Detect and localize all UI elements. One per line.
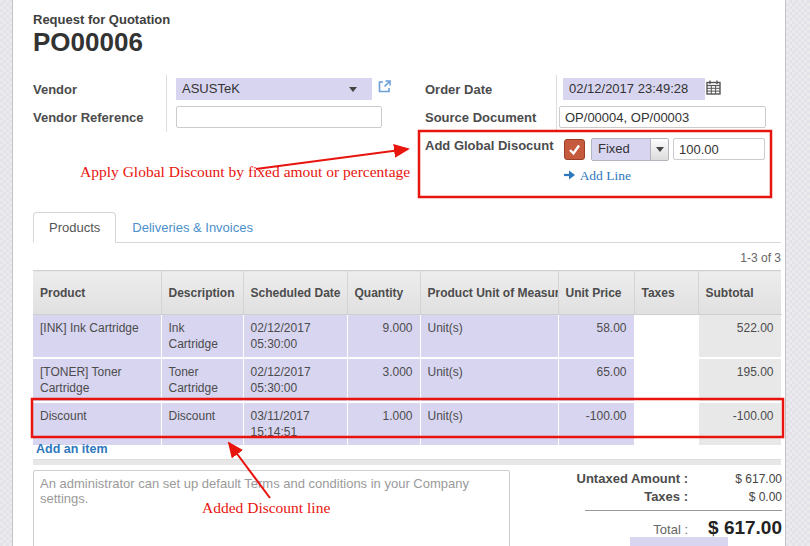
select-dropdown-button (650, 139, 668, 160)
taxes-label: Taxes : (520, 489, 688, 504)
cell-taxes[interactable] (634, 315, 698, 359)
add-line-label: Add Line (580, 168, 631, 183)
global-discount-checkbox[interactable] (564, 139, 585, 160)
col-header-uom[interactable]: Product Unit of Measure (420, 271, 558, 315)
cell-quantity[interactable]: 1.000 (347, 402, 420, 446)
table-header-row: Product Description Scheduled Date Quant… (33, 271, 781, 315)
cell-description[interactable]: Ink Cartridge (161, 315, 243, 359)
order-lines-table: Product Description Scheduled Date Quant… (33, 270, 782, 447)
total-label: Total : (520, 522, 688, 537)
order-date-label: Order Date (425, 82, 492, 97)
section-separator (33, 459, 781, 465)
table-row[interactable]: [INK] Ink Cartridge Ink Cartridge 02/12/… (33, 315, 781, 359)
vendor-select-value: ASUSTeK (182, 81, 240, 96)
untaxed-amount-value: $ 617.00 (688, 472, 782, 486)
tab-deliveries-invoices[interactable]: Deliveries & Invoices (116, 212, 269, 243)
cell-description[interactable]: Toner Cartridge (161, 358, 243, 402)
discount-type-select[interactable]: Fixed (591, 138, 669, 161)
untaxed-amount-label: Untaxed Amount : (520, 471, 688, 486)
chevron-down-icon (656, 147, 664, 152)
external-link-icon[interactable] (376, 78, 393, 98)
totals-block: Untaxed Amount : $ 617.00 Taxes : $ 0.00… (520, 471, 782, 542)
document-type-label: Request for Quotation (33, 12, 170, 27)
cell-quantity[interactable]: 3.000 (347, 358, 420, 402)
vendor-select[interactable]: ASUSTeK (176, 78, 372, 100)
total-value: $ 617.00 (688, 517, 782, 539)
cell-unit-price[interactable]: 65.00 (558, 358, 634, 402)
taxes-value: $ 0.00 (688, 490, 782, 504)
source-document-label: Source Document (425, 110, 536, 125)
cell-subtotal: 522.00 (698, 315, 781, 359)
table-row[interactable]: [TONER] Toner Cartridge Toner Cartridge … (33, 358, 781, 402)
cell-description[interactable]: Discount (161, 402, 243, 446)
col-header-taxes[interactable]: Taxes (634, 271, 698, 315)
cell-unit-price[interactable]: -100.00 (558, 402, 634, 446)
discount-type-value: Fixed (592, 139, 650, 160)
terms-conditions-textarea[interactable] (33, 470, 510, 546)
cell-scheduled-date[interactable]: 02/12/2017 05:30:00 (243, 315, 347, 359)
add-an-item-link[interactable]: Add an item (36, 442, 108, 456)
cell-scheduled-date[interactable]: 03/11/2017 15:14:51 (243, 402, 347, 446)
table-row-discount[interactable]: Discount Discount 03/11/2017 15:14:51 1.… (33, 402, 781, 446)
cell-taxes[interactable] (634, 402, 698, 446)
total-field-highlight (630, 537, 728, 546)
vendor-reference-label: Vendor Reference (33, 110, 144, 125)
add-line-link[interactable]: Add Line (564, 168, 631, 184)
cell-product[interactable]: [INK] Ink Cartridge (33, 315, 161, 359)
list-pager: 1-3 of 3 (540, 251, 781, 265)
calendar-icon[interactable] (706, 80, 721, 98)
check-icon (567, 142, 582, 157)
cell-product[interactable]: Discount (33, 402, 161, 446)
cell-subtotal: -100.00 (698, 402, 781, 446)
arrow-right-icon (564, 169, 576, 181)
form-separator-left (166, 75, 167, 132)
cell-subtotal: 195.00 (698, 358, 781, 402)
cell-product[interactable]: [TONER] Toner Cartridge (33, 358, 161, 402)
cell-taxes[interactable] (634, 358, 698, 402)
cell-quantity[interactable]: 9.000 (347, 315, 420, 359)
page-title: PO00006 (33, 27, 143, 58)
col-header-subtotal[interactable]: Subtotal (698, 271, 781, 315)
discount-amount-input[interactable] (673, 138, 765, 160)
notebook-tabs: Products Deliveries & Invoices (33, 210, 781, 243)
col-header-description[interactable]: Description (161, 271, 243, 315)
chevron-down-icon (349, 87, 357, 92)
cell-scheduled-date[interactable]: 02/12/2017 05:30:00 (243, 358, 347, 402)
source-document-input[interactable] (559, 106, 766, 128)
col-header-product[interactable]: Product (33, 271, 161, 315)
vendor-label: Vendor (33, 82, 77, 97)
form-separator-right (556, 75, 557, 132)
cell-unit-price[interactable]: 58.00 (558, 315, 634, 359)
cell-uom[interactable]: Unit(s) (420, 358, 558, 402)
col-header-quantity[interactable]: Quantity (347, 271, 420, 315)
col-header-unit-price[interactable]: Unit Price (558, 271, 634, 315)
global-discount-label: Add Global Disocunt (425, 138, 554, 153)
cell-uom[interactable]: Unit(s) (420, 402, 558, 446)
order-date-field[interactable]: 02/12/2017 23:49:28 (563, 78, 705, 100)
tab-products[interactable]: Products (33, 212, 116, 243)
vendor-reference-input[interactable] (176, 106, 382, 128)
totals-divider (585, 510, 782, 512)
cell-uom[interactable]: Unit(s) (420, 315, 558, 359)
col-header-scheduled-date[interactable]: Scheduled Date (243, 271, 347, 315)
